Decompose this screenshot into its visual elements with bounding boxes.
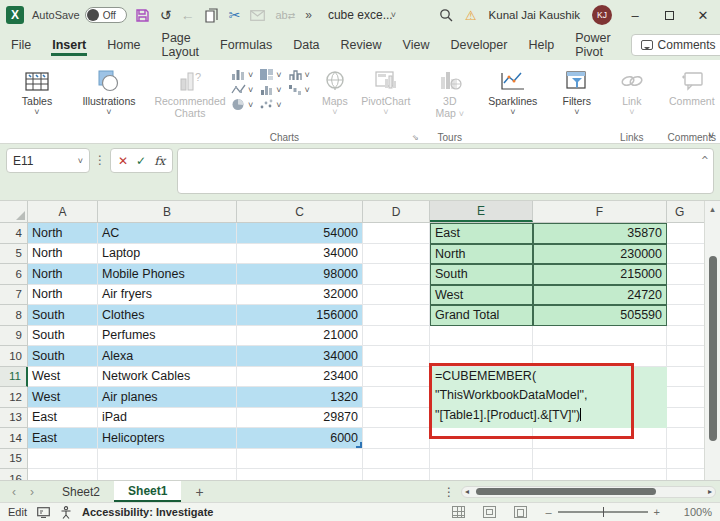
- row-header[interactable]: 8: [0, 305, 28, 326]
- cell-sales[interactable]: 23400: [237, 367, 363, 388]
- page-layout-view-icon[interactable]: [483, 506, 496, 518]
- cell-region[interactable]: North: [28, 223, 98, 244]
- cell-sales[interactable]: 21000: [237, 326, 363, 347]
- formula-input[interactable]: =CUBEMEMBER("ThisWorkbookDataModel","[Ta…: [177, 148, 714, 194]
- horizontal-scroll-thumb[interactable]: [476, 488, 656, 495]
- filters-button[interactable]: Filters ˅: [554, 64, 600, 116]
- link-button[interactable]: Link ˅: [612, 64, 652, 116]
- tab-formulas[interactable]: Formulas: [219, 34, 273, 56]
- cell-empty[interactable]: [363, 469, 430, 480]
- accessibility-icon[interactable]: [60, 506, 72, 519]
- tab-help[interactable]: Help: [527, 34, 555, 56]
- hierarchy-chart-button[interactable]: ˅: [288, 68, 310, 81]
- excel-logo-icon[interactable]: X: [6, 6, 24, 24]
- cell-product[interactable]: AC: [98, 223, 237, 244]
- cell-summary-label[interactable]: Grand Total: [430, 305, 533, 326]
- cell-summary-label[interactable]: South: [430, 264, 533, 285]
- cell-sales[interactable]: 156000: [237, 305, 363, 326]
- comments-button[interactable]: Comments: [631, 34, 720, 56]
- cell-region[interactable]: North: [28, 264, 98, 285]
- cell-product[interactable]: Mobile Phones: [98, 264, 237, 285]
- row-header[interactable]: 7: [0, 285, 28, 306]
- cell-empty[interactable]: [363, 449, 430, 470]
- page-break-view-icon[interactable]: [514, 506, 527, 518]
- zoom-level[interactable]: 100%: [678, 506, 712, 518]
- copy-icon[interactable]: [205, 8, 219, 23]
- cell-sales[interactable]: 34000: [237, 346, 363, 367]
- cell-empty[interactable]: [363, 367, 430, 388]
- scroll-up-icon[interactable]: ▴: [710, 201, 715, 217]
- tab-review[interactable]: Review: [340, 34, 383, 56]
- tab-power-pivot[interactable]: Power Pivot: [574, 27, 611, 63]
- pivotchart-button[interactable]: PivotChart ˅: [356, 64, 416, 116]
- row-header[interactable]: 6: [0, 264, 28, 285]
- column-header-B[interactable]: B: [98, 201, 237, 222]
- cell-sales[interactable]: 54000: [237, 223, 363, 244]
- maximize-button[interactable]: [658, 8, 680, 23]
- cell-product[interactable]: Alexa: [98, 346, 237, 367]
- row-header[interactable]: 15: [0, 449, 28, 470]
- row-header[interactable]: 11: [0, 367, 28, 388]
- collapse-ribbon-icon[interactable]: ˅: [708, 130, 714, 141]
- overflow-icon[interactable]: »: [305, 8, 312, 22]
- waterfall-chart-button[interactable]: ˅: [288, 83, 310, 96]
- zoom-thumb[interactable]: [603, 507, 605, 517]
- horizontal-scrollbar[interactable]: ◂ ▸: [461, 486, 716, 498]
- cell-empty[interactable]: [363, 285, 430, 306]
- column-header-G[interactable]: G: [667, 201, 704, 222]
- document-title[interactable]: cube exce... ˅: [328, 8, 396, 22]
- sheet-tab-sheet1[interactable]: Sheet1: [114, 481, 181, 502]
- cell-summary-value[interactable]: [533, 449, 667, 470]
- cell-region[interactable]: North: [28, 244, 98, 265]
- cell-region[interactable]: South: [28, 346, 98, 367]
- cell-region[interactable]: [28, 469, 98, 480]
- tab-home[interactable]: Home: [106, 34, 141, 56]
- cell-summary-label[interactable]: [430, 469, 533, 480]
- warning-icon[interactable]: ⚠: [465, 8, 477, 23]
- close-button[interactable]: ✕: [692, 8, 714, 23]
- display-settings-icon[interactable]: [37, 507, 50, 518]
- autosave-toggle[interactable]: Off: [85, 7, 127, 23]
- cell-empty[interactable]: [363, 223, 430, 244]
- row-header[interactable]: 9: [0, 326, 28, 347]
- cell-summary-value[interactable]: 35870: [533, 223, 667, 244]
- cell-sales[interactable]: 34000: [237, 244, 363, 265]
- table-resize-handle[interactable]: [356, 442, 362, 448]
- zoom-track[interactable]: [558, 511, 648, 513]
- cell-summary-label[interactable]: East: [430, 223, 533, 244]
- cell-sales[interactable]: 6000: [237, 428, 363, 449]
- column-header-C[interactable]: C: [237, 201, 363, 222]
- cell-region[interactable]: South: [28, 305, 98, 326]
- cell-product[interactable]: Network Cables: [98, 367, 237, 388]
- insert-function-icon[interactable]: fx: [154, 154, 165, 168]
- cell-product[interactable]: [98, 449, 237, 470]
- row-header[interactable]: 10: [0, 346, 28, 367]
- accessibility-status[interactable]: Accessibility: Investigate: [82, 506, 213, 518]
- vertical-scroll-thumb[interactable]: [709, 256, 717, 441]
- map3d-button[interactable]: 3D Map ˅: [428, 64, 472, 119]
- recommended-charts-button[interactable]: ? Recommended Charts: [153, 64, 227, 119]
- sheetbar-more-icon[interactable]: ⋮: [443, 485, 455, 499]
- row-header[interactable]: 4: [0, 223, 28, 244]
- cell-sales[interactable]: 29870: [237, 408, 363, 429]
- cell-sales[interactable]: 1320: [237, 387, 363, 408]
- cell-empty[interactable]: [363, 346, 430, 367]
- vertical-scrollbar[interactable]: ▴: [704, 201, 720, 480]
- cell-empty[interactable]: [363, 244, 430, 265]
- cell-empty[interactable]: [363, 326, 430, 347]
- column-header-A[interactable]: A: [28, 201, 98, 222]
- tab-file[interactable]: File: [10, 34, 32, 56]
- row-header[interactable]: 12: [0, 387, 28, 408]
- collapse-formula-bar-icon[interactable]: ^: [701, 151, 708, 171]
- name-box[interactable]: E11 ˅: [6, 148, 90, 173]
- sheet-tab-sheet2[interactable]: Sheet2: [48, 481, 114, 502]
- minimize-button[interactable]: –: [624, 8, 646, 23]
- search-icon[interactable]: [439, 8, 453, 22]
- avatar[interactable]: KJ: [592, 5, 612, 25]
- cell-summary-label[interactable]: [430, 449, 533, 470]
- illustrations-button[interactable]: Illustrations ˅: [77, 64, 141, 116]
- cell-product[interactable]: Clothes: [98, 305, 237, 326]
- cell-empty[interactable]: [363, 305, 430, 326]
- tab-view[interactable]: View: [402, 34, 431, 56]
- cell-product[interactable]: Air planes: [98, 387, 237, 408]
